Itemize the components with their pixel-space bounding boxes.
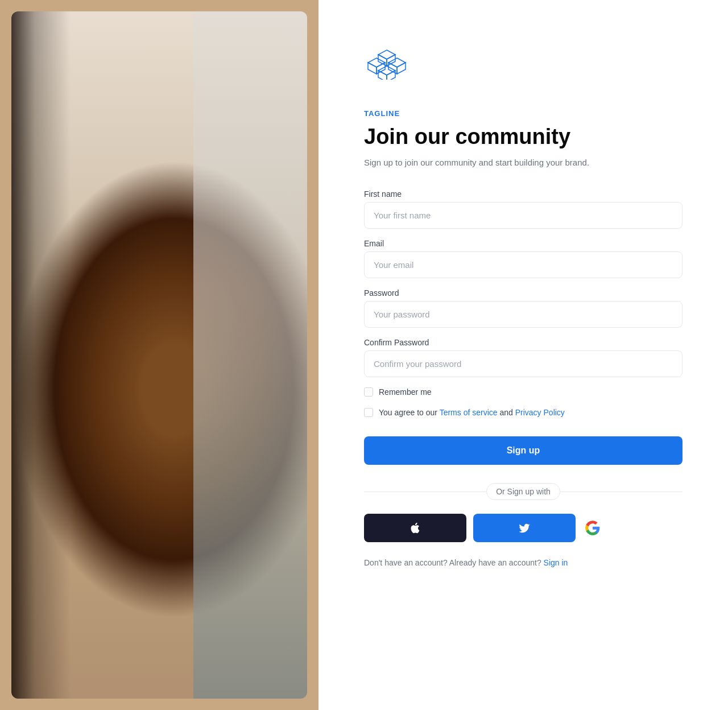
signup-button[interactable]: Sign up (364, 436, 682, 465)
first-name-input[interactable] (364, 202, 682, 229)
password-input[interactable] (364, 301, 682, 328)
bottom-text: Don't have an account? Already have an a… (364, 558, 682, 567)
twitter-icon (518, 522, 531, 534)
remember-me-group: Remember me (364, 387, 682, 397)
remember-me-label: Remember me (379, 387, 432, 397)
terms-prefix: You agree to our (379, 408, 440, 417)
svg-marker-7 (397, 63, 406, 74)
apple-icon (409, 522, 421, 534)
terms-label: You agree to our Terms of service and Pr… (379, 408, 565, 417)
email-group: Email (364, 239, 682, 278)
svg-marker-3 (368, 58, 385, 67)
social-btn-apple[interactable] (364, 514, 466, 542)
signin-link[interactable]: Sign in (544, 558, 568, 567)
page-heading: Join our community (364, 125, 682, 150)
terms-group: You agree to our Terms of service and Pr… (364, 408, 682, 417)
logo-container (364, 46, 682, 82)
remember-me-checkbox[interactable] (364, 387, 373, 397)
logo-icon (364, 46, 410, 80)
divider-line-right (560, 492, 682, 492)
social-btn-twitter[interactable] (473, 514, 576, 542)
divider: Or Sign up with (364, 483, 682, 500)
svg-marker-9 (378, 66, 395, 75)
bottom-prefix: Don't have an account? Already have an a… (364, 558, 541, 567)
first-name-label: First name (364, 189, 682, 199)
svg-marker-5 (368, 63, 377, 74)
first-name-group: First name (364, 189, 682, 229)
password-group: Password (364, 288, 682, 328)
confirm-password-group: Confirm Password (364, 338, 682, 377)
privacy-link[interactable]: Privacy Policy (515, 408, 565, 417)
hero-image (11, 11, 307, 699)
confirm-password-input[interactable] (364, 350, 682, 377)
terms-and: and (498, 408, 515, 417)
social-buttons (364, 514, 682, 542)
terms-checkbox[interactable] (364, 408, 373, 417)
terms-link[interactable]: Terms of service (440, 408, 498, 417)
svg-marker-6 (388, 58, 406, 67)
svg-marker-0 (378, 50, 395, 59)
page-subheading: Sign up to join our community and start … (364, 156, 682, 170)
divider-line-left (364, 492, 486, 492)
right-panel: TAGLINE Join our community Sign up to jo… (318, 0, 728, 710)
google-icon (585, 520, 601, 536)
tagline: TAGLINE (364, 109, 682, 118)
signup-form: First name Email Password Confirm Passwo… (364, 189, 682, 567)
left-panel (0, 0, 318, 710)
email-label: Email (364, 239, 682, 248)
social-btn-google[interactable] (582, 518, 603, 538)
password-label: Password (364, 288, 682, 298)
divider-text: Or Sign up with (486, 483, 560, 500)
confirm-password-label: Confirm Password (364, 338, 682, 347)
email-input[interactable] (364, 251, 682, 278)
checkboxes-container: Remember me You agree to our Terms of se… (364, 387, 682, 423)
